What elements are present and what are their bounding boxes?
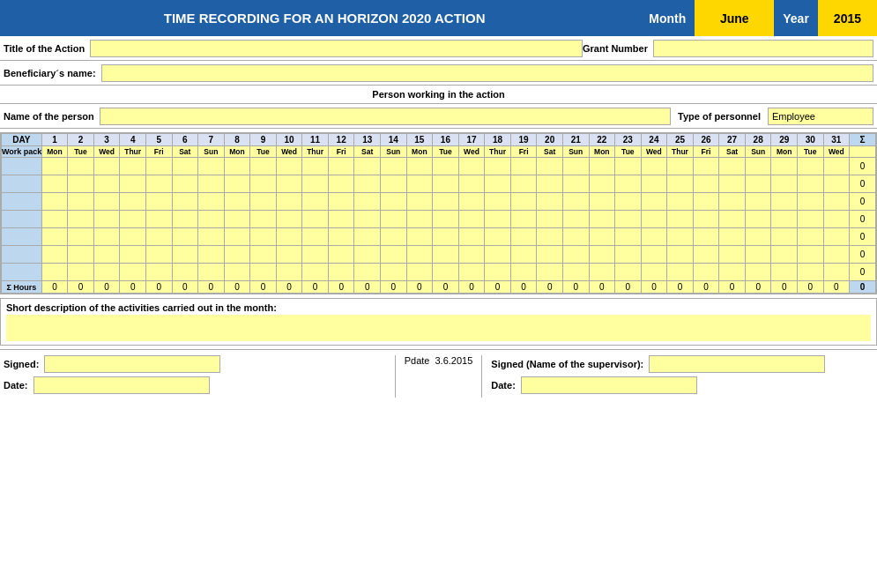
cell-r1-c27[interactable] [745,175,771,193]
cell-r2-c5[interactable] [172,193,198,211]
cell-r1-c18[interactable] [510,175,537,193]
cell-r6-c24[interactable] [667,264,694,281]
cell-r5-c20[interactable] [562,246,589,264]
cell-r6-c30[interactable] [823,264,850,281]
cell-r4-c16[interactable] [458,228,485,246]
cell-r2-c14[interactable] [406,193,433,211]
cell-r1-c3[interactable] [120,175,146,193]
cell-r3-c27[interactable] [745,211,771,228]
cell-r4-c26[interactable] [719,228,746,246]
cell-r2-c22[interactable] [615,193,642,211]
cell-r5-c13[interactable] [381,246,407,264]
cell-r0-c15[interactable] [433,158,459,175]
cell-r5-c5[interactable] [172,246,198,264]
cell-r4-c14[interactable] [406,228,433,246]
cell-r5-c29[interactable] [798,246,824,264]
cell-r6-c1[interactable] [68,264,94,281]
cell-r4-c10[interactable] [302,228,329,246]
cell-r1-c21[interactable] [589,175,615,193]
cell-r3-c29[interactable] [798,211,824,228]
cell-r0-c23[interactable] [641,158,667,175]
cell-r5-c18[interactable] [510,246,537,264]
cell-r6-c6[interactable] [198,264,225,281]
cell-r5-c12[interactable] [354,246,381,264]
cell-r0-c18[interactable] [510,158,537,175]
cell-r4-c9[interactable] [276,228,302,246]
personnel-type-value[interactable]: Employee [768,108,873,125]
cell-r4-c18[interactable] [510,228,537,246]
cell-r0-c22[interactable] [615,158,642,175]
cell-r4-c27[interactable] [745,228,771,246]
cell-r1-c0[interactable] [41,175,68,193]
cell-r2-c28[interactable] [771,193,798,211]
cell-r2-c4[interactable] [145,193,172,211]
cell-r2-c12[interactable] [354,193,381,211]
cell-r1-c15[interactable] [433,175,459,193]
wp-row-label-6[interactable] [2,264,42,281]
cell-r1-c28[interactable] [771,175,798,193]
cell-r2-c30[interactable] [823,193,850,211]
cell-r1-c2[interactable] [93,175,120,193]
supervisor-date-input[interactable] [521,376,697,394]
cell-r5-c3[interactable] [120,246,146,264]
cell-r1-c30[interactable] [823,175,850,193]
cell-r1-c24[interactable] [667,175,694,193]
cell-r4-c19[interactable] [537,228,563,246]
cell-r6-c25[interactable] [693,264,719,281]
cell-r4-c29[interactable] [798,228,824,246]
cell-r6-c3[interactable] [120,264,146,281]
cell-r0-c9[interactable] [276,158,302,175]
cell-r0-c4[interactable] [145,158,172,175]
cell-r5-c6[interactable] [198,246,225,264]
cell-r0-c2[interactable] [93,158,120,175]
cell-r4-c17[interactable] [485,228,511,246]
grant-number-input[interactable] [653,40,873,57]
cell-r6-c19[interactable] [537,264,563,281]
cell-r4-c4[interactable] [145,228,172,246]
cell-r4-c7[interactable] [224,228,250,246]
cell-r3-c2[interactable] [93,211,120,228]
cell-r6-c5[interactable] [172,264,198,281]
cell-r0-c25[interactable] [693,158,719,175]
cell-r2-c2[interactable] [93,193,120,211]
cell-r6-c8[interactable] [250,264,277,281]
cell-r3-c0[interactable] [41,211,68,228]
cell-r4-c2[interactable] [93,228,120,246]
cell-r5-c26[interactable] [719,246,746,264]
cell-r0-c1[interactable] [68,158,94,175]
cell-r4-c0[interactable] [41,228,68,246]
cell-r4-c21[interactable] [589,228,615,246]
cell-r3-c5[interactable] [172,211,198,228]
cell-r4-c20[interactable] [562,228,589,246]
cell-r0-c5[interactable] [172,158,198,175]
cell-r5-c17[interactable] [485,246,511,264]
cell-r3-c20[interactable] [562,211,589,228]
cell-r2-c24[interactable] [667,193,694,211]
cell-r5-c1[interactable] [68,246,94,264]
cell-r6-c10[interactable] [302,264,329,281]
cell-r5-c14[interactable] [406,246,433,264]
cell-r3-c9[interactable] [276,211,302,228]
cell-r1-c25[interactable] [693,175,719,193]
cell-r6-c16[interactable] [458,264,485,281]
cell-r4-c1[interactable] [68,228,94,246]
cell-r5-c0[interactable] [41,246,68,264]
cell-r0-c26[interactable] [719,158,746,175]
cell-r0-c16[interactable] [458,158,485,175]
cell-r2-c21[interactable] [589,193,615,211]
cell-r1-c26[interactable] [719,175,746,193]
cell-r6-c22[interactable] [615,264,642,281]
cell-r6-c0[interactable] [41,264,68,281]
cell-r2-c27[interactable] [745,193,771,211]
cell-r6-c2[interactable] [93,264,120,281]
cell-r3-c3[interactable] [120,211,146,228]
cell-r4-c25[interactable] [693,228,719,246]
cell-r0-c13[interactable] [381,158,407,175]
date-input[interactable] [33,376,210,394]
cell-r3-c15[interactable] [433,211,459,228]
cell-r4-c3[interactable] [120,228,146,246]
cell-r3-c4[interactable] [145,211,172,228]
cell-r6-c21[interactable] [589,264,615,281]
cell-r0-c28[interactable] [771,158,798,175]
cell-r0-c7[interactable] [224,158,250,175]
